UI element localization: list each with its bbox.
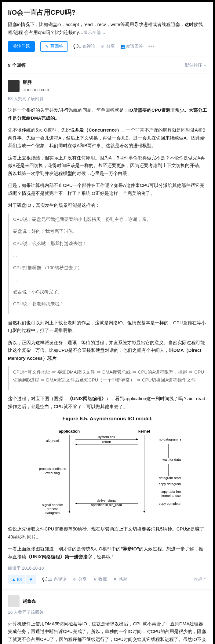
comment-icon: 💬	[73, 43, 78, 50]
svg-text:specified in aio_read: specified in aio_read	[91, 503, 122, 507]
svg-text:datagram: datagram	[46, 511, 60, 515]
svg-text:return: return	[102, 440, 111, 444]
svg-text:deliver signal: deliver signal	[97, 499, 116, 502]
author-name[interactable]: 胖胖	[23, 78, 49, 86]
author-bio: ciaoshen.com	[23, 86, 49, 94]
svg-text:datagram ready: datagram ready	[159, 476, 181, 480]
share-link[interactable]: ✈分享	[73, 576, 87, 583]
heart-icon: ♥	[113, 576, 117, 583]
sort-dropdown[interactable]: 默认排序 ⌄	[185, 61, 207, 69]
quote-block: CPU计算文件地址 ⇒ 委派DMA读取文件 ⇒ DMA接管总线 ⇒ CPU的A进…	[8, 366, 207, 390]
invite-icon: 👥	[120, 43, 125, 50]
svg-text:signal handler: signal handler	[42, 503, 63, 507]
chevron-down-icon: ⌄	[102, 30, 106, 35]
author-name[interactable]: 赵鑫磊	[23, 597, 36, 605]
upvote-button[interactable]: ▲ 83	[8, 575, 25, 584]
upvote-count: 83 人赞同了该回答	[8, 95, 207, 102]
svg-text:wait for data: wait for data	[162, 458, 181, 461]
share-link[interactable]: ✈分享	[101, 43, 115, 50]
answers-count: 9 个回答	[8, 61, 26, 69]
quote-block: CPU说：硬盘兄帮我把我要看的小电影拷贝一份到主存，谢谢，亲。硬盘说：好的！我考…	[8, 214, 207, 314]
svg-text:executing: executing	[45, 471, 60, 475]
invite-link[interactable]: 👥邀请回答	[120, 43, 143, 50]
edited-date: 编辑于 2016-10-18	[8, 565, 207, 572]
chevron-down-icon: ⌄	[203, 62, 207, 67]
svg-text:copy datagram: copy datagram	[159, 482, 181, 486]
svg-text:copy data from: copy data from	[161, 490, 181, 493]
follow-button[interactable]: 关注问题	[8, 41, 35, 52]
svg-text:system call: system call	[98, 435, 115, 439]
answer-content: 计算机硬件上使用DMA来访问磁盘等IO，也就是请求发出后，CPU就不再管了，直到…	[8, 620, 207, 644]
answer-item: 胖胖 ciaoshen.com 83 人赞同了该回答 这是一个很好的关于并发/并…	[2, 73, 213, 590]
avatar[interactable]	[8, 80, 20, 92]
svg-text:kernel to user: kernel to user	[162, 494, 181, 497]
avatar[interactable]	[8, 595, 20, 607]
comment-icon: 💬	[42, 576, 46, 583]
show-all-link[interactable]: 显示全部 ⌄	[84, 30, 106, 35]
figure-async-io: Figure 6.5. Asynchronous I/O model. appl…	[8, 415, 207, 519]
question-title: I/O会一直占用CPU吗?	[8, 7, 207, 18]
svg-text:aio_read: aio_read	[46, 439, 59, 442]
svg-text:kernel: kernel	[138, 429, 150, 434]
share-icon: ✈	[101, 43, 105, 50]
svg-text:copy complete: copy complete	[159, 502, 180, 505]
answer-content: 这是一个很好的关于并发/并行系统的问题。简单回答就是：IO所需要的CPU资源非常…	[8, 106, 207, 560]
svg-text:process: process	[47, 507, 59, 511]
more-icon[interactable]: •••	[148, 43, 155, 50]
collapse-link[interactable]: 收起 ⌃	[194, 576, 207, 583]
comments-link[interactable]: 💬12 条评论	[42, 576, 66, 583]
comments-link[interactable]: 💬1 条评论	[73, 43, 95, 50]
thank-link[interactable]: ♥感谢	[113, 576, 127, 583]
star-icon: ★	[93, 576, 97, 583]
upvote-count: 26 人赞同了该回答	[8, 609, 207, 616]
answer-item: 赵鑫磊 26 人赞同了该回答 计算机硬件上使用DMA来访问磁盘等IO，也就是请求…	[2, 590, 213, 644]
svg-text:process continues: process continues	[39, 467, 66, 471]
question-body: 阻塞io情况下，比如磁盘io，accept，read，recv，write等调用…	[8, 20, 207, 36]
write-answer-button[interactable]: ✎写回答	[40, 41, 68, 52]
chevron-up-icon: ⌃	[203, 577, 207, 582]
svg-text:no datagram ready: no datagram ready	[159, 437, 181, 441]
share-icon: ✈	[73, 576, 77, 583]
pencil-icon: ✎	[45, 44, 49, 49]
favorite-link[interactable]: ★收藏	[93, 576, 107, 583]
downvote-button[interactable]: ▼	[26, 575, 36, 584]
svg-text:application: application	[59, 429, 80, 434]
